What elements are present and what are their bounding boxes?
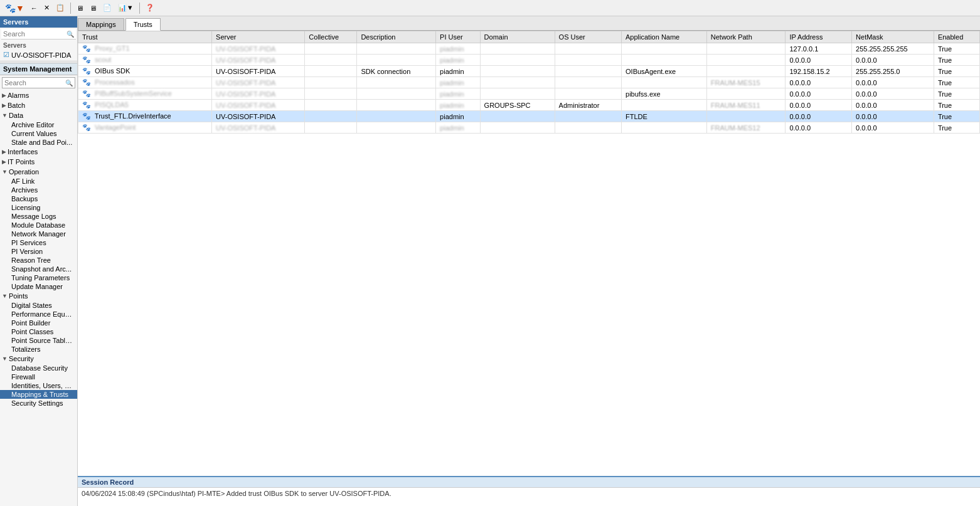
cell-server: UV-OSISOFT-PIDA bbox=[212, 66, 305, 77]
cell-ip-address: 127.0.0.1 bbox=[786, 43, 852, 55]
sidebar: Servers 🔍 Servers ☑ UV-OSISOFT-PIDA Syst… bbox=[0, 16, 78, 506]
cell-network-path: FRAUM-MES11 bbox=[706, 100, 786, 111]
security-collapse-icon: ▼ bbox=[2, 356, 8, 362]
tree-child-current-values[interactable]: Current Values bbox=[0, 129, 77, 138]
tree-group-interfaces[interactable]: ▶ Interfaces bbox=[0, 147, 77, 157]
monitor1-button[interactable]: 🖥 bbox=[74, 3, 86, 13]
cell-netmask: 0.0.0.0 bbox=[852, 100, 934, 111]
table-row[interactable]: 🐾 scout UV-OSISOFT-PIDApiadmin0.0.0.00.0… bbox=[78, 55, 980, 66]
cell-pi-user: piadmin bbox=[436, 88, 481, 100]
batch-expand-icon: ▶ bbox=[2, 102, 6, 108]
tree-child-af-link[interactable]: AF Link bbox=[0, 177, 77, 186]
tree-group-data[interactable]: ▼ Data bbox=[0, 110, 77, 120]
tree-child-backups[interactable]: Backups bbox=[0, 194, 77, 203]
col-description: Description bbox=[357, 31, 436, 43]
top-search-input[interactable] bbox=[3, 30, 67, 38]
cell-app-name: pibufss.exe bbox=[622, 88, 707, 100]
table-area: Trust Server Collective Description PI U… bbox=[78, 31, 980, 476]
cell-os-user bbox=[555, 43, 621, 55]
cell-domain bbox=[480, 122, 555, 134]
col-network-path: Network Path bbox=[706, 31, 786, 43]
trust-name: Proxy_GT1 bbox=[95, 45, 130, 52]
cell-collective bbox=[305, 88, 357, 100]
cell-description: SDK connection bbox=[357, 66, 436, 77]
tree-child-firewall[interactable]: Firewall bbox=[0, 372, 77, 381]
tree-child-snapshot-arch[interactable]: Snapshot and Arc... bbox=[0, 265, 77, 273]
tree-child-licensing[interactable]: Licensing bbox=[0, 203, 77, 212]
table-row[interactable]: 🐾 VantagePoint UV-OSISOFT-PIDApiadminFRA… bbox=[78, 122, 980, 134]
top-search-container: 🔍 bbox=[1, 29, 76, 40]
cell-description bbox=[357, 55, 436, 66]
tree-group-points[interactable]: ▼ Points bbox=[0, 291, 77, 301]
content-area: Mappings Trusts Trust Server Collective … bbox=[78, 16, 980, 506]
tree-child-message-logs[interactable]: Message Logs bbox=[0, 212, 77, 221]
tree-child-tuning-params[interactable]: Tuning Parameters bbox=[0, 273, 77, 282]
cell-description bbox=[357, 43, 436, 55]
tree-child-point-classes[interactable]: Point Classes bbox=[0, 327, 77, 336]
table-row[interactable]: 🐾 Proxy_GT1 UV-OSISOFT-PIDApiadmin127.0.… bbox=[78, 43, 980, 55]
tab-mappings[interactable]: Mappings bbox=[78, 18, 124, 30]
system-mgmt-search: 🔍 bbox=[2, 77, 75, 88]
tree-child-digital-states[interactable]: Digital States bbox=[0, 301, 77, 310]
tree-child-reason-tree[interactable]: Reason Tree bbox=[0, 256, 77, 265]
chart-button[interactable]: 📊▼ bbox=[115, 3, 136, 13]
tree-child-mappings-trusts[interactable]: Mappings & Trusts bbox=[0, 390, 77, 399]
tree-child-update-manager[interactable]: Update Manager bbox=[0, 282, 77, 291]
system-search-input[interactable] bbox=[4, 79, 65, 87]
sidebar-tree: ▶ Alarms ▶ Batch ▼ Data Archive Editor C… bbox=[0, 90, 77, 506]
cell-description bbox=[357, 111, 436, 122]
cell-app-name bbox=[622, 100, 707, 111]
tree-child-security-settings[interactable]: Security Settings bbox=[0, 399, 77, 408]
cell-trust: 🐾 PIBuffSubSystemService bbox=[78, 88, 212, 100]
cell-enabled: True bbox=[934, 43, 979, 55]
tree-child-module-database[interactable]: Module Database bbox=[0, 221, 77, 229]
tree-child-performance-equal[interactable]: Performance Equa... bbox=[0, 310, 77, 319]
table-row[interactable]: 🐾 Processados UV-OSISOFT-PIDApiadminFRAU… bbox=[78, 77, 980, 88]
help-button[interactable]: ❓ bbox=[143, 3, 157, 13]
cell-ip-address: 0.0.0.0 bbox=[786, 122, 852, 134]
back-button[interactable]: ← bbox=[28, 3, 40, 13]
sidebar-section-servers: Servers bbox=[0, 41, 77, 50]
cell-collective bbox=[305, 100, 357, 111]
interfaces-expand-icon: ▶ bbox=[2, 149, 6, 155]
cell-os-user bbox=[555, 111, 621, 122]
cell-collective bbox=[305, 77, 357, 88]
copy-button[interactable]: 📋 bbox=[53, 3, 67, 13]
delete-button[interactable]: ✕ bbox=[41, 3, 52, 13]
col-collective: Collective bbox=[305, 31, 357, 43]
tree-child-pi-version[interactable]: PI Version bbox=[0, 247, 77, 256]
logo-button[interactable]: 🐾▼ bbox=[3, 2, 27, 14]
tree-child-point-builder[interactable]: Point Builder bbox=[0, 319, 77, 327]
tree-child-archive-editor[interactable]: Archive Editor bbox=[0, 120, 77, 129]
tree-child-point-source-table[interactable]: Point Source Table... bbox=[0, 336, 77, 345]
tree-group-batch[interactable]: ▶ Batch bbox=[0, 100, 77, 110]
tree-child-network-manager[interactable]: Network Manager bbox=[0, 229, 77, 238]
tree-child-archives[interactable]: Archives bbox=[0, 186, 77, 194]
cell-domain: GROUPS-SPC bbox=[480, 100, 555, 111]
tree-group-operation[interactable]: ▼ Operation bbox=[0, 167, 77, 177]
col-os-user: OS User bbox=[555, 31, 621, 43]
col-ip-address: IP Address bbox=[786, 31, 852, 43]
cell-os-user bbox=[555, 122, 621, 134]
tree-child-totalizers[interactable]: Totalizers bbox=[0, 345, 77, 354]
table-row[interactable]: 🐾 PISQLDA5 UV-OSISOFT-PIDApiadminGROUPS-… bbox=[78, 100, 980, 111]
tree-child-identities-users[interactable]: Identities, Users, &... bbox=[0, 381, 77, 390]
tree-child-stale-bad[interactable]: Stale and Bad Poi... bbox=[0, 138, 77, 147]
table-row[interactable]: 🐾 PIBuffSubSystemService UV-OSISOFT-PIDA… bbox=[78, 88, 980, 100]
col-app-name: Application Name bbox=[622, 31, 707, 43]
monitor2-button[interactable]: 🖥 bbox=[87, 3, 99, 13]
tab-trusts[interactable]: Trusts bbox=[125, 18, 161, 31]
tree-group-security[interactable]: ▼ Security bbox=[0, 354, 77, 364]
tree-child-pi-services[interactable]: PI Services bbox=[0, 238, 77, 247]
search-icon: 🔍 bbox=[67, 31, 74, 38]
tree-group-it-points[interactable]: ▶ IT Points bbox=[0, 157, 77, 167]
table-row[interactable]: 🐾 OIBus SDK UV-OSISOFT-PIDASDK connectio… bbox=[78, 66, 980, 77]
trust-name: VantagePoint bbox=[95, 124, 136, 131]
cell-collective bbox=[305, 66, 357, 77]
cell-app-name bbox=[622, 55, 707, 66]
document-button[interactable]: 📄 bbox=[100, 3, 114, 13]
sidebar-server-item[interactable]: ☑ UV-OSISOFT-PIDA bbox=[0, 50, 77, 60]
tree-child-database-security[interactable]: Database Security bbox=[0, 364, 77, 372]
tree-group-alarms[interactable]: ▶ Alarms bbox=[0, 90, 77, 100]
table-row[interactable]: 🐾 Trust_FTL.DriveInterface UV-OSISOFT-PI… bbox=[78, 111, 980, 122]
